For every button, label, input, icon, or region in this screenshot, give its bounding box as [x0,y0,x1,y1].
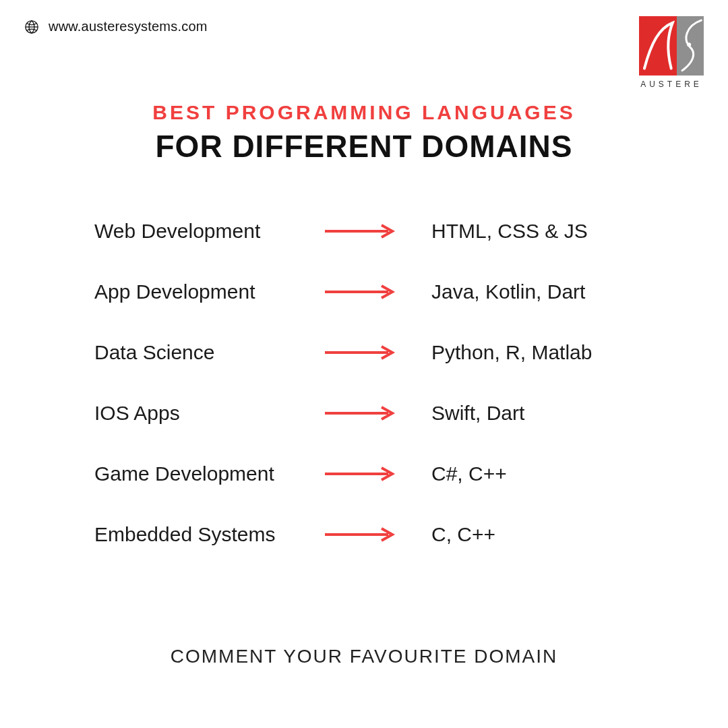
brand-name: AUSTERE [640,80,702,89]
brand-logo-mark [639,16,704,75]
arrow-icon [317,284,404,300]
title-block: BEST PROGRAMMING LANGUAGES FOR DIFFERENT… [0,101,728,164]
list-item: Game Development C#, C++ [94,462,647,485]
list-item: Embedded Systems C, C++ [94,523,647,546]
title-line-1: BEST PROGRAMMING LANGUAGES [0,101,728,124]
url-block: www.austeresystems.com [24,19,208,34]
arrow-icon [317,344,404,361]
globe-icon [24,20,39,34]
domain-label: Web Development [94,220,317,243]
languages-label: Python, R, Matlab [404,341,647,364]
brand-logo: AUSTERE [639,16,704,89]
domain-label: Embedded Systems [94,523,317,546]
domain-label: Data Science [94,341,317,364]
header: www.austeresystems.com AUSTERE [24,16,704,89]
list-item: App Development Java, Kotlin, Dart [94,280,647,303]
list-item: Data Science Python, R, Matlab [94,341,647,364]
title-line-2: FOR DIFFERENT DOMAINS [0,128,728,164]
languages-label: C#, C++ [404,462,647,485]
website-url: www.austeresystems.com [49,19,208,34]
arrow-icon [317,526,404,543]
domain-label: IOS Apps [94,402,317,425]
domain-label: App Development [94,280,317,303]
domain-list: Web Development HTML, CSS & JS App Devel… [94,220,647,584]
svg-point-1 [687,42,691,47]
arrow-icon [317,405,404,421]
list-item: IOS Apps Swift, Dart [94,402,647,425]
footer-cta: COMMENT YOUR FAVOURITE DOMAIN [0,646,728,667]
list-item: Web Development HTML, CSS & JS [94,220,647,243]
languages-label: C, C++ [404,523,647,546]
languages-label: Swift, Dart [404,402,647,425]
arrow-icon [317,223,404,239]
arrow-icon [317,466,404,482]
languages-label: Java, Kotlin, Dart [404,280,647,303]
domain-label: Game Development [94,462,317,485]
languages-label: HTML, CSS & JS [404,220,647,243]
